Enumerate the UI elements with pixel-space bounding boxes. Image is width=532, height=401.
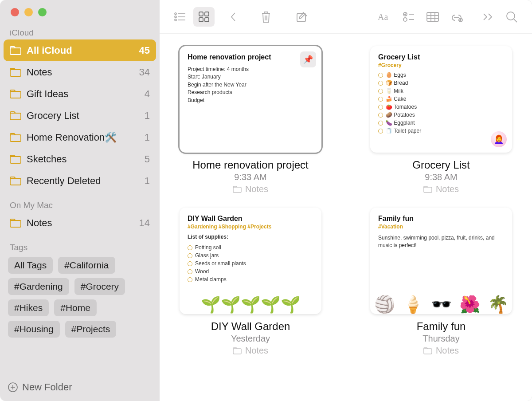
folder-recently-deleted[interactable]: Recently Deleted 1: [4, 170, 156, 192]
maximize-button[interactable]: [38, 8, 47, 16]
svg-line-32: [514, 19, 517, 22]
svg-point-11: [175, 16, 176, 18]
folder-notes[interactable]: Notes 34: [4, 61, 156, 83]
note-card-diy-wall-garden[interactable]: DIY Wall Garden #Gardening #Shopping #Pr…: [180, 208, 321, 314]
svg-rect-36: [424, 349, 432, 354]
section-label-tags: Tags: [0, 240, 160, 254]
svg-point-31: [507, 12, 515, 20]
svg-point-23: [403, 18, 407, 21]
more-button[interactable]: [477, 7, 498, 27]
section-label-onmymac: On My Mac: [0, 198, 160, 212]
folder-icon: [233, 347, 242, 354]
note-folder-label: Notes: [245, 184, 268, 194]
folder-icon: [10, 219, 21, 228]
tag-home[interactable]: #Home: [54, 299, 97, 316]
main-area: Aa Home renovation project: [160, 0, 532, 401]
folder-grocery-list[interactable]: Grocery List 1: [4, 105, 156, 126]
tag-grocery[interactable]: #Grocery: [74, 278, 125, 295]
grid-view-button[interactable]: [193, 7, 215, 27]
vacation-illustration: 🏐🍦🕶️🌺🌴: [370, 274, 512, 314]
svg-rect-2: [10, 91, 21, 98]
check-label: Potting soil: [195, 244, 221, 252]
note-time: Thursday: [422, 334, 459, 344]
check-label: 🍰 Cake: [386, 95, 406, 103]
folder-local-notes[interactable]: Notes 14: [4, 212, 156, 234]
checkbox-icon: [378, 73, 383, 78]
note-folder: Notes: [423, 346, 459, 356]
delete-button[interactable]: [255, 7, 277, 27]
tags-list: All Tags #California #Gardening #Grocery…: [0, 254, 160, 338]
back-button[interactable]: [223, 7, 244, 27]
folder-name: All iCloud: [27, 45, 134, 56]
folder-list-onmymac: Notes 14: [0, 212, 160, 234]
folder-gift-ideas[interactable]: Gift Ideas 4: [4, 83, 156, 105]
folder-count: 34: [139, 67, 150, 78]
svg-rect-25: [427, 12, 438, 21]
svg-rect-34: [424, 187, 432, 193]
svg-rect-7: [10, 220, 21, 227]
search-button[interactable]: [501, 7, 522, 27]
checklist-button[interactable]: [398, 7, 419, 27]
svg-point-9: [175, 13, 176, 15]
note-folder: Notes: [233, 346, 268, 356]
folder-icon: [10, 90, 21, 98]
table-button[interactable]: [422, 7, 443, 27]
new-folder-button[interactable]: New Folder: [0, 375, 160, 401]
card-title: Family fun: [378, 215, 504, 223]
svg-rect-18: [205, 18, 209, 22]
pin-icon: 📌: [300, 51, 316, 67]
tag-hikes[interactable]: #Hikes: [8, 299, 49, 316]
new-folder-label: New Folder: [22, 381, 72, 393]
tag-gardening[interactable]: #Gardening: [8, 278, 69, 295]
card-subhead: List of supplies:: [188, 233, 313, 241]
folder-sketches[interactable]: Sketches 5: [4, 148, 156, 170]
folder-home-renovation[interactable]: Home Renovation🛠️ 1: [4, 126, 156, 148]
svg-rect-3: [10, 113, 21, 120]
checkbox-icon: [378, 129, 383, 134]
svg-point-13: [175, 19, 176, 21]
check-label: 🍞 Bread: [386, 79, 408, 87]
tag-housing[interactable]: #Housing: [8, 321, 60, 338]
tag-all[interactable]: All Tags: [8, 257, 53, 274]
card-title: DIY Wall Garden: [188, 215, 313, 223]
checkbox-icon: [378, 81, 383, 86]
folder-all-icloud[interactable]: All iCloud 45: [4, 39, 156, 61]
folder-icon: [423, 186, 432, 193]
app-window: iCloud All iCloud 45 Notes 34 Gift Ideas…: [0, 0, 532, 401]
format-button[interactable]: Aa: [374, 7, 395, 27]
check-label: 🥛 Milk: [386, 87, 403, 95]
folder-icon: [10, 133, 21, 142]
note-cell: Home renovation project Project timeline…: [177, 46, 324, 194]
note-card-family-fun[interactable]: Family fun #Vacation Sunshine, swimming …: [370, 208, 512, 314]
notes-grid: Home renovation project Project timeline…: [160, 34, 532, 401]
minimize-button[interactable]: [24, 8, 33, 16]
tag-california[interactable]: #California: [58, 257, 115, 274]
list-view-button[interactable]: [169, 7, 191, 27]
folder-name: Notes: [27, 67, 134, 78]
note-card-grocery-list[interactable]: Grocery List #Grocery 🥚 Eggs 🍞 Bread 🥛 M…: [370, 46, 512, 153]
check-label: 🧻 Toilet paper: [386, 127, 421, 135]
folder-name: Notes: [27, 217, 134, 229]
folder-name: Sketches: [27, 153, 139, 165]
note-cell: Family fun #Vacation Sunshine, swimming …: [368, 208, 514, 356]
note-cell: Grocery List #Grocery 🥚 Eggs 🍞 Bread 🥛 M…: [368, 46, 514, 194]
card-body: Sunshine, swimming pool, pizza, fruit, d…: [378, 234, 504, 250]
toolbar: Aa: [160, 0, 532, 34]
card-tags: #Vacation: [378, 224, 504, 230]
note-time: Yesterday: [231, 334, 270, 344]
note-title: Grocery List: [412, 159, 469, 171]
note-folder-label: Notes: [436, 184, 459, 194]
svg-rect-1: [10, 70, 21, 76]
note-time: 9:38 AM: [425, 172, 457, 182]
tag-projects[interactable]: #Projects: [65, 321, 117, 338]
folder-icon: [10, 155, 21, 164]
link-button[interactable]: [446, 7, 467, 27]
close-button[interactable]: [11, 8, 19, 16]
check-label: Glass jars: [195, 252, 219, 259]
card-tags: #Grocery: [378, 62, 504, 68]
check-label: 🍅 Tomatoes: [386, 103, 417, 111]
folder-name: Home Renovation🛠️: [27, 132, 139, 143]
svg-rect-35: [233, 349, 241, 354]
note-card-home-renovation[interactable]: Home renovation project Project timeline…: [180, 46, 321, 153]
compose-button[interactable]: [291, 7, 313, 27]
